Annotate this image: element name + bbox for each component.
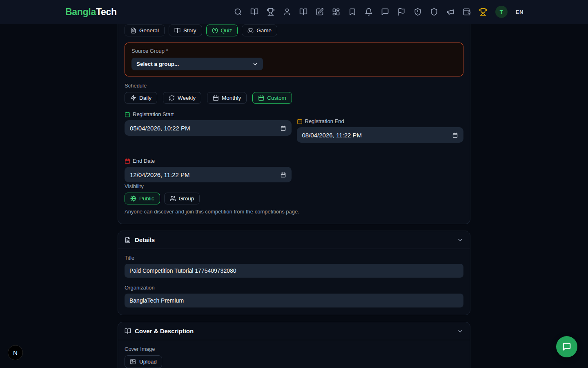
brand-logo[interactable]: BanglaTech xyxy=(65,7,117,18)
end-date-field: End Date 12/04/2026, 11:22 PM xyxy=(125,158,292,182)
organization-input[interactable]: BanglaTech Premium xyxy=(125,294,463,307)
tab-game[interactable]: Game xyxy=(242,25,277,36)
nav-reports-button[interactable] xyxy=(397,8,405,16)
nav-dashboard-button[interactable] xyxy=(332,8,340,16)
gamepad-icon xyxy=(247,27,254,34)
nav-profile-button[interactable] xyxy=(283,8,291,16)
tab-label: Game xyxy=(256,27,272,34)
cover-description-card: Cover & Description Cover Image Upload D… xyxy=(118,322,470,368)
search-icon xyxy=(234,8,242,16)
chat-bubble-icon xyxy=(562,342,571,351)
app-header: BanglaTech xyxy=(0,0,588,24)
bell-icon xyxy=(365,8,373,16)
file-text-icon xyxy=(125,237,131,243)
nav-library-button[interactable] xyxy=(299,8,307,16)
upload-button-label: Upload xyxy=(139,359,157,365)
organization-field: Organization BanglaTech Premium xyxy=(125,285,463,307)
organization-label: Organization xyxy=(125,285,463,291)
nav-security-button[interactable] xyxy=(430,8,438,16)
tab-general[interactable]: General xyxy=(125,25,165,36)
end-date-input[interactable]: 12/04/2026, 11:22 PM xyxy=(125,167,292,182)
nav-notifications-button[interactable] xyxy=(365,8,373,16)
registration-start-input[interactable]: 05/04/2026, 10:22 PM xyxy=(125,120,292,136)
tab-label: Story xyxy=(183,27,196,34)
upload-cover-button[interactable]: Upload xyxy=(125,355,162,368)
user-avatar[interactable]: T xyxy=(495,6,508,18)
title-label: Title xyxy=(125,255,463,261)
title-input[interactable]: Paid Competition Tutorial 1775409732080 xyxy=(125,264,463,278)
details-section-header[interactable]: Details xyxy=(118,231,470,249)
avatar-initial: T xyxy=(500,9,503,15)
schedule-label: Schedule xyxy=(125,83,463,89)
chevron-down-icon xyxy=(457,237,463,243)
registration-end-label-row: Registration End xyxy=(297,118,464,124)
dev-badge-letter: N xyxy=(13,349,18,356)
source-group-select[interactable]: Select a group... xyxy=(131,58,263,70)
nav-announcements-button[interactable] xyxy=(446,8,454,16)
users-icon xyxy=(170,195,176,202)
book-open-icon xyxy=(174,27,180,34)
shield-icon xyxy=(430,8,438,16)
cover-image-label: Cover Image xyxy=(125,346,463,352)
language-switcher[interactable]: EN xyxy=(516,9,523,15)
date-picker-icon[interactable] xyxy=(280,125,286,131)
date-picker-icon[interactable] xyxy=(280,172,286,178)
registration-end-value: 08/04/2026, 11:22 PM xyxy=(302,132,362,139)
flag-icon xyxy=(397,8,405,16)
cover-section-title: Cover & Description xyxy=(135,328,453,334)
zap-icon xyxy=(130,95,136,101)
tab-quiz[interactable]: Quiz xyxy=(206,25,238,36)
registration-end-field: Registration End 08/04/2026, 11:22 PM xyxy=(297,118,464,143)
schedule-option-label: Weekly xyxy=(178,95,196,101)
visibility-label: Visibility xyxy=(125,183,463,189)
dev-tools-badge[interactable]: N xyxy=(8,345,23,360)
details-card: Details Title Paid Competition Tutorial … xyxy=(118,231,470,315)
registration-end-input[interactable]: 08/04/2026, 11:22 PM xyxy=(297,127,464,143)
library-book-icon xyxy=(299,8,307,16)
details-section-body: Title Paid Competition Tutorial 17754097… xyxy=(118,249,470,315)
trophy-gold-icon xyxy=(479,8,487,16)
source-group-selected-value: Select a group... xyxy=(136,61,179,67)
nav-competitions-button[interactable] xyxy=(267,8,275,16)
nav-bookmarks-button[interactable] xyxy=(348,8,356,16)
nav-wallet-button[interactable] xyxy=(463,8,471,16)
nav-moderation-button[interactable] xyxy=(414,8,422,16)
nav-compose-button[interactable] xyxy=(316,8,324,16)
tab-label: Quiz xyxy=(221,27,232,34)
schedule-custom-button[interactable]: Custom xyxy=(252,92,292,104)
nav-search-button[interactable] xyxy=(234,8,242,16)
schedule-options: Daily Weekly Monthly Custom xyxy=(125,92,463,104)
date-fields: Registration Start 05/04/2026, 10:22 PM … xyxy=(125,111,463,182)
nav-competitions-active-button[interactable] xyxy=(479,8,487,16)
user-icon xyxy=(283,8,291,16)
file-text-icon xyxy=(130,27,136,34)
competition-editor: General Story Quiz Game Source Group * S… xyxy=(118,0,470,368)
tab-label: General xyxy=(139,27,159,34)
cover-section-body: Cover Image Upload Description (rich tex… xyxy=(118,340,470,368)
bookmark-icon xyxy=(348,8,356,16)
visibility-group-button[interactable]: Group xyxy=(164,193,200,204)
calendar-red-icon xyxy=(125,158,130,164)
edit-pen-icon xyxy=(316,8,324,16)
refresh-icon xyxy=(169,95,175,101)
brand-name-secondary: Tech xyxy=(96,7,117,17)
chat-fab-button[interactable] xyxy=(556,336,577,357)
tab-story[interactable]: Story xyxy=(169,25,202,36)
trophy-icon xyxy=(267,8,275,16)
end-date-label-row: End Date xyxy=(125,158,292,164)
cover-section-header[interactable]: Cover & Description xyxy=(118,322,470,340)
schedule-daily-button[interactable]: Daily xyxy=(125,92,157,104)
nav-courses-button[interactable] xyxy=(250,8,258,16)
calendar-icon xyxy=(258,95,264,101)
schedule-monthly-button[interactable]: Monthly xyxy=(207,92,247,104)
visibility-public-button[interactable]: Public xyxy=(125,193,160,204)
schedule-weekly-button[interactable]: Weekly xyxy=(163,92,201,104)
nav-messages-button[interactable] xyxy=(381,8,389,16)
source-group-label: Source Group * xyxy=(131,48,457,54)
chevron-down-icon xyxy=(457,328,463,334)
visibility-options: Public Group xyxy=(125,193,463,204)
chevron-down-icon xyxy=(252,61,258,67)
help-circle-icon xyxy=(212,27,218,34)
calendar-green-icon xyxy=(125,112,130,117)
date-picker-icon[interactable] xyxy=(452,132,458,138)
